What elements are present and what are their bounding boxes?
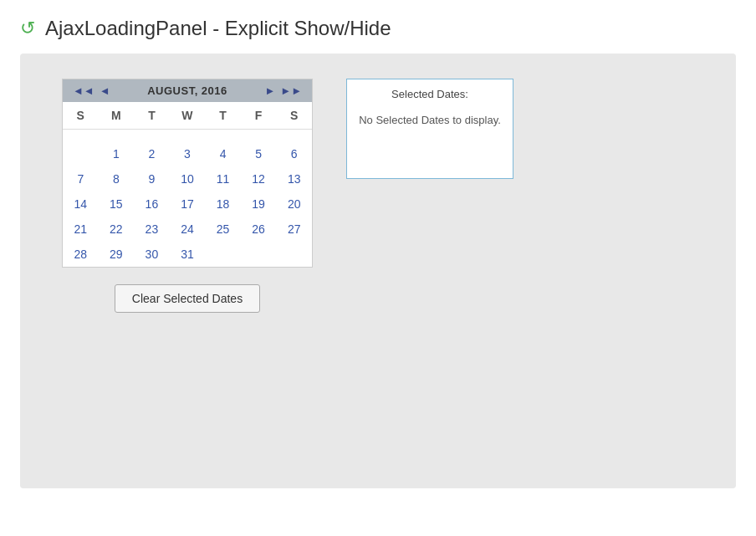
- selected-dates-title: Selected Dates:: [357, 88, 503, 100]
- day-header-tue: T: [134, 102, 170, 130]
- calendar-day-cell[interactable]: 1: [99, 141, 135, 166]
- clear-selected-dates-button[interactable]: Clear Selected Dates: [115, 284, 260, 313]
- calendar-week-row: 123456: [63, 141, 312, 166]
- calendar-empty-cell: [134, 130, 170, 142]
- selected-dates-empty: No Selected Dates to display.: [357, 112, 503, 129]
- calendar-day-cell[interactable]: 4: [205, 141, 241, 166]
- day-header-mon: M: [99, 102, 135, 130]
- calendar-day-cell[interactable]: 26: [241, 217, 277, 242]
- selected-dates-panel: Selected Dates: No Selected Dates to dis…: [346, 79, 513, 179]
- next-nav-group: ► ►►: [263, 85, 304, 96]
- calendar-day-cell[interactable]: 7: [63, 166, 99, 191]
- calendar-day-cell[interactable]: 25: [205, 217, 241, 242]
- calendar-day-cell[interactable]: 19: [241, 191, 277, 217]
- calendar-day-cell[interactable]: 20: [276, 191, 312, 217]
- calendar-day-cell[interactable]: 11: [205, 166, 241, 191]
- calendar-day-cell[interactable]: 8: [99, 166, 135, 191]
- calendar-day-cell[interactable]: 29: [99, 242, 135, 267]
- calendar: ◄◄ ◄ AUGUST, 2016 ► ►► S M T: [62, 79, 313, 268]
- calendar-week-row: 14151617181920: [63, 191, 312, 217]
- calendar-day-cell[interactable]: 10: [170, 166, 206, 191]
- calendar-empty-cell: [205, 130, 241, 142]
- refresh-icon: ↺: [20, 19, 35, 38]
- calendar-empty-cell: [241, 242, 277, 267]
- day-header-sat: S: [276, 102, 312, 130]
- calendar-grid: S M T W T F S 12345678910111213141516171…: [63, 102, 312, 267]
- calendar-day-cell[interactable]: 9: [134, 166, 170, 191]
- calendar-day-cell[interactable]: 5: [241, 141, 277, 166]
- calendar-week-row: 78910111213: [63, 166, 312, 191]
- calendar-day-cell[interactable]: 27: [276, 217, 312, 242]
- calendar-day-cell[interactable]: 6: [276, 141, 312, 166]
- calendar-day-cell[interactable]: 16: [134, 191, 170, 217]
- calendar-empty-cell: [205, 242, 241, 267]
- calendar-day-cell[interactable]: 14: [63, 191, 99, 217]
- calendar-day-cell[interactable]: 13: [276, 166, 312, 191]
- calendar-day-cell[interactable]: 2: [134, 141, 170, 166]
- day-header-wed: W: [170, 102, 206, 130]
- calendar-week-row: 21222324252627: [63, 217, 312, 242]
- page-title: AjaxLoadingPanel - Explicit Show/Hide: [45, 17, 391, 40]
- calendar-day-cell[interactable]: 22: [99, 217, 135, 242]
- calendar-day-cell[interactable]: 18: [205, 191, 241, 217]
- content-area: ◄◄ ◄ AUGUST, 2016 ► ►► S M T: [37, 79, 719, 313]
- calendar-day-cell[interactable]: 15: [99, 191, 135, 217]
- calendar-day-cell[interactable]: 3: [170, 141, 206, 166]
- calendar-empty-cell: [99, 130, 135, 142]
- main-container: ◄◄ ◄ AUGUST, 2016 ► ►► S M T: [20, 54, 736, 488]
- prev-month-button[interactable]: ◄: [98, 85, 112, 96]
- day-header-sun: S: [63, 102, 99, 130]
- calendar-day-cell[interactable]: 21: [63, 217, 99, 242]
- calendar-section: ◄◄ ◄ AUGUST, 2016 ► ►► S M T: [62, 79, 313, 313]
- calendar-day-cell[interactable]: 12: [241, 166, 277, 191]
- day-header-fri: F: [241, 102, 277, 130]
- calendar-day-cell[interactable]: 17: [170, 191, 206, 217]
- prev-year-button[interactable]: ◄◄: [71, 85, 96, 96]
- next-year-button[interactable]: ►►: [278, 85, 304, 96]
- day-header-thu: T: [205, 102, 241, 130]
- prev-nav-group: ◄◄ ◄: [71, 85, 112, 96]
- calendar-empty-cell: [63, 130, 99, 142]
- calendar-empty-cell: [276, 242, 312, 267]
- calendar-day-cell[interactable]: 28: [63, 242, 99, 267]
- calendar-day-cell[interactable]: 24: [170, 217, 206, 242]
- page-header: ↺ AjaxLoadingPanel - Explicit Show/Hide: [0, 0, 756, 54]
- calendar-day-cell[interactable]: 31: [170, 242, 206, 267]
- calendar-day-cell[interactable]: 30: [134, 242, 170, 267]
- calendar-empty-cell: [276, 130, 312, 142]
- calendar-body: 1234567891011121314151617181920212223242…: [63, 130, 312, 268]
- next-month-button[interactable]: ►: [263, 85, 277, 96]
- calendar-week-row: [63, 130, 312, 142]
- calendar-empty-cell: [63, 141, 99, 166]
- calendar-header: ◄◄ ◄ AUGUST, 2016 ► ►►: [63, 79, 312, 102]
- calendar-week-row: 28293031: [63, 242, 312, 267]
- calendar-empty-cell: [241, 130, 277, 142]
- calendar-empty-cell: [170, 130, 206, 142]
- calendar-day-cell[interactable]: 23: [134, 217, 170, 242]
- month-label: AUGUST, 2016: [147, 84, 227, 97]
- days-header-row: S M T W T F S: [63, 102, 312, 130]
